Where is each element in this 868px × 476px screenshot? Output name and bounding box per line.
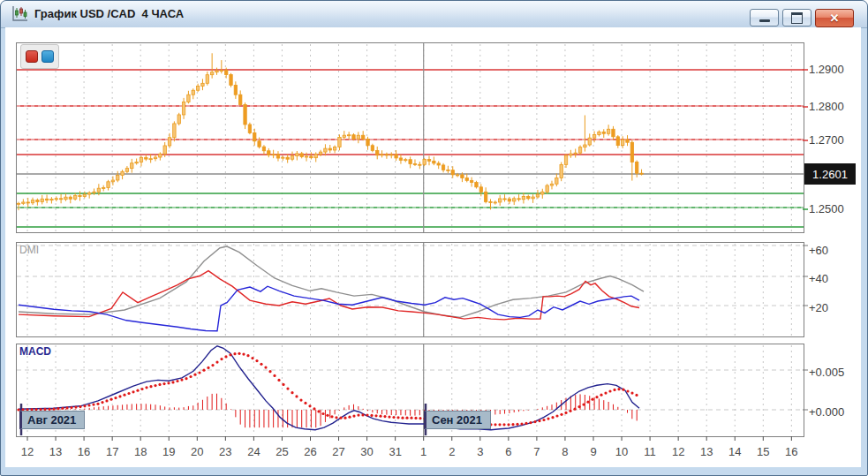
- dmi-indicator-panel[interactable]: [16, 242, 804, 337]
- x-axis-label: 26: [299, 445, 322, 458]
- x-axis-label: 16: [72, 445, 95, 458]
- x-axis-label: 1: [412, 445, 435, 458]
- current-price-badge: 1.2601: [804, 163, 856, 185]
- marker-toolbar: [20, 44, 59, 69]
- x-axis-label: 17: [101, 445, 124, 458]
- price-axis-label: 1.2900: [809, 63, 844, 76]
- dmi-axis-label: +40: [809, 272, 828, 285]
- x-axis-label: 15: [751, 445, 774, 458]
- title-bar[interactable]: График USD /CAD 4 ЧАСА ✕: [1, 1, 867, 28]
- price-axis-label: 1.2800: [809, 100, 844, 113]
- close-icon: ✕: [830, 12, 840, 24]
- x-axis-label: 20: [185, 445, 208, 458]
- maximize-icon: [791, 12, 803, 24]
- x-axis-label: 18: [129, 445, 152, 458]
- x-axis-label: 2: [441, 445, 464, 458]
- minimize-icon: [759, 19, 770, 22]
- window-controls: ✕: [750, 9, 854, 27]
- month-badge-aug: Авг 2021: [19, 411, 85, 429]
- x-axis-label: 12: [667, 445, 690, 458]
- x-axis-label: 9: [582, 445, 605, 458]
- close-button[interactable]: ✕: [815, 9, 854, 27]
- x-axis-label: 30: [356, 445, 379, 458]
- x-axis-label: 27: [328, 445, 351, 458]
- price-axis-label: 1.2700: [809, 133, 844, 147]
- dmi-axis-label: +20: [809, 301, 828, 314]
- x-axis-label: 31: [384, 445, 407, 458]
- price-chart-panel[interactable]: [16, 42, 804, 233]
- candlestick-chart-icon: [11, 5, 29, 23]
- x-axis-label: 23: [214, 445, 237, 458]
- blue-marker-button[interactable]: [42, 50, 54, 63]
- x-axis-label: 6: [497, 445, 520, 458]
- x-axis-label: 3: [469, 445, 492, 458]
- macd-axis-label: +0.005: [809, 366, 844, 379]
- chart-window: График USD /CAD 4 ЧАСА ✕ DMI MACD 1.2601…: [0, 0, 868, 476]
- x-axis-label: 7: [525, 445, 548, 458]
- macd-axis-label: +0.000: [809, 405, 844, 419]
- month-badge-sep: Сен 2021: [424, 411, 491, 429]
- x-axis-label: 10: [610, 445, 633, 458]
- x-axis-label: 24: [242, 445, 265, 458]
- x-axis-label: 12: [16, 445, 39, 458]
- dmi-panel-title: DMI: [19, 244, 39, 256]
- x-axis-label: 13: [695, 445, 718, 458]
- x-axis-label: 11: [638, 445, 661, 458]
- red-marker-button[interactable]: [26, 50, 38, 63]
- maximize-button[interactable]: [782, 9, 811, 26]
- price-axis-label: 1.2500: [809, 202, 844, 215]
- x-axis-label: 14: [723, 445, 746, 458]
- macd-indicator-panel[interactable]: [16, 344, 804, 437]
- x-axis-label: 25: [270, 445, 293, 458]
- x-axis-label: 16: [780, 445, 803, 458]
- window-title: График USD /CAD 4 ЧАСА: [34, 7, 184, 20]
- macd-panel-title: MACD: [19, 345, 51, 358]
- x-axis-label: 19: [157, 445, 180, 458]
- minimize-button[interactable]: [750, 9, 779, 26]
- x-axis-label: 13: [44, 445, 67, 458]
- dmi-axis-label: +60: [809, 244, 828, 257]
- x-axis-label: 8: [554, 445, 577, 458]
